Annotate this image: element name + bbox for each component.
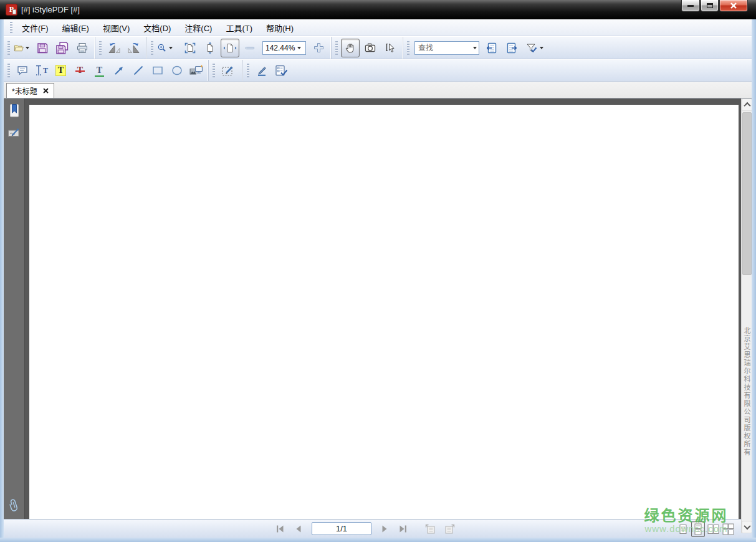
- menu-comment[interactable]: 注释(C): [178, 19, 219, 36]
- scroll-down-button[interactable]: [742, 521, 752, 533]
- tab-close-icon: [43, 88, 49, 94]
- toolbar-gripper: [335, 41, 338, 55]
- save-as-button[interactable]: [53, 39, 72, 57]
- page-navigation: [270, 522, 459, 536]
- fit-width-button[interactable]: [221, 39, 239, 57]
- window-border-right: [752, 19, 756, 538]
- pen-area-group: [208, 60, 242, 81]
- title-bar[interactable]: P [#] iStylePDF [#]: [0, 0, 756, 19]
- ellipse-annotation-button[interactable]: [168, 62, 186, 79]
- rotate-left-icon: [107, 42, 121, 54]
- line-icon: [132, 64, 145, 77]
- insert-text-letter: T: [43, 66, 48, 75]
- pen-select-area-icon: [221, 64, 236, 77]
- save-button[interactable]: [33, 39, 52, 57]
- form-check-button[interactable]: [272, 62, 290, 79]
- rotate-group: [95, 37, 146, 59]
- image-stamp-button[interactable]: [187, 62, 205, 79]
- tab-close-button[interactable]: [43, 88, 49, 94]
- file-group: [4, 37, 95, 59]
- next-view-button[interactable]: [442, 522, 457, 536]
- strikeout-text-button[interactable]: T: [71, 62, 89, 79]
- fit-height-button[interactable]: [201, 39, 219, 57]
- maximize-button[interactable]: [701, 0, 719, 12]
- filter-icon: [525, 42, 538, 54]
- zoom-tool-button[interactable]: [156, 39, 175, 57]
- document-tab-bar: *未标题: [4, 82, 752, 99]
- menu-view[interactable]: 视图(V): [96, 19, 136, 36]
- open-button[interactable]: [13, 39, 32, 57]
- search-combo: [414, 41, 479, 55]
- insert-text-button[interactable]: T: [32, 62, 50, 79]
- last-page-icon: [398, 525, 408, 533]
- zoom-out-button[interactable]: [241, 39, 259, 57]
- comment-filter-button[interactable]: [522, 39, 548, 57]
- menu-tools[interactable]: 工具(T): [219, 19, 259, 36]
- next-page-icon: [380, 525, 389, 533]
- zoom-dropdown-icon: [169, 47, 173, 49]
- chevron-down-icon: [744, 523, 750, 530]
- continuous-layout-button[interactable]: [691, 521, 705, 537]
- snapshot-camera-icon: [364, 42, 376, 54]
- rotate-left-button[interactable]: [105, 39, 123, 57]
- search-input[interactable]: [415, 42, 464, 54]
- line-annotation-button[interactable]: [129, 62, 147, 79]
- select-tool-button[interactable]: [381, 39, 400, 57]
- toolbar-gripper: [151, 41, 153, 55]
- highlight-text-icon: T: [55, 65, 66, 76]
- underline-text-button[interactable]: T: [90, 62, 108, 79]
- previous-page-button[interactable]: [291, 522, 306, 536]
- scrollbar-thumb[interactable]: [742, 112, 752, 275]
- signature-panel-button[interactable]: [6, 124, 22, 142]
- previous-view-button[interactable]: [423, 522, 438, 536]
- underline-text-icon: T: [95, 65, 104, 75]
- two-page-layout-icon: [707, 524, 719, 535]
- first-page-button[interactable]: [272, 522, 287, 536]
- filter-dropdown-icon: [540, 47, 543, 49]
- note-comment-button[interactable]: [13, 62, 31, 79]
- menu-edit[interactable]: 编辑(E): [55, 19, 96, 36]
- single-page-layout-button[interactable]: [676, 521, 690, 537]
- vertical-scrollbar[interactable]: [741, 99, 752, 533]
- last-page-button[interactable]: [396, 522, 411, 536]
- highlight-text-button[interactable]: T: [52, 62, 70, 79]
- bookmarks-panel-button[interactable]: [6, 102, 22, 119]
- zoom-level-combo[interactable]: 142.44%: [262, 41, 306, 55]
- main-toolbar: 142.44%: [4, 36, 752, 59]
- snapshot-button[interactable]: [361, 39, 380, 57]
- next-page-button[interactable]: [377, 522, 392, 536]
- fit-page-icon: [184, 42, 196, 54]
- menu-file[interactable]: 文件(F): [15, 19, 55, 36]
- print-icon: [76, 42, 89, 54]
- rectangle-annotation-button[interactable]: [148, 62, 166, 79]
- minimize-icon: [687, 5, 694, 7]
- menu-document[interactable]: 文档(D): [136, 19, 178, 36]
- page-layout-buttons: [676, 521, 735, 537]
- print-button[interactable]: [73, 39, 92, 57]
- fit-page-button[interactable]: [181, 39, 199, 57]
- pen-select-area-button[interactable]: [218, 62, 239, 79]
- menu-help[interactable]: 帮助(H): [259, 19, 300, 36]
- two-page-layout-button[interactable]: [706, 521, 720, 537]
- page-number-input[interactable]: [312, 522, 371, 535]
- minimize-button[interactable]: [681, 0, 700, 12]
- signature-icon: [7, 127, 21, 139]
- close-button[interactable]: [719, 0, 748, 12]
- rotate-right-button[interactable]: [125, 39, 143, 57]
- find-next-button[interactable]: [502, 39, 521, 57]
- toolbar-gripper: [213, 64, 215, 77]
- scroll-up-button[interactable]: [742, 99, 752, 111]
- arrow-annotation-button[interactable]: [110, 62, 128, 79]
- attachments-panel-button[interactable]: [6, 496, 22, 514]
- zoom-in-button[interactable]: [309, 39, 328, 57]
- find-previous-button[interactable]: [482, 39, 501, 57]
- page-canvas[interactable]: [26, 99, 741, 519]
- ink-draw-button[interactable]: [252, 62, 270, 79]
- pdf-page[interactable]: [29, 105, 739, 519]
- ink-form-group: [242, 60, 293, 81]
- hand-tool-button[interactable]: [341, 39, 360, 57]
- rotate-right-icon: [127, 42, 141, 54]
- zoom-in-icon: [313, 42, 324, 53]
- two-page-continuous-layout-button[interactable]: [721, 521, 735, 537]
- tab-untitled[interactable]: *未标题: [6, 83, 54, 98]
